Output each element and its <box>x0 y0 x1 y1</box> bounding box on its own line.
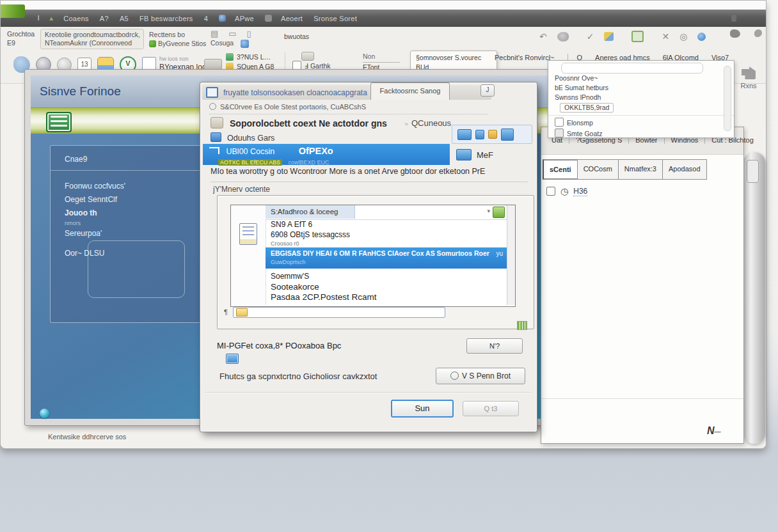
mef-item[interactable]: MeF <box>456 149 493 160</box>
folder-blue-icon[interactable] <box>457 129 472 140</box>
recent-group[interactable]: Recttens bo ByGveone Stios <box>149 30 206 48</box>
chart-icon <box>209 147 219 154</box>
dialog-tab[interactable]: Facktoosrnc Sanog <box>370 82 450 100</box>
resize-grid-icon <box>517 321 527 330</box>
menu-item[interactable]: 4 <box>204 15 208 22</box>
selection-outline <box>88 240 185 298</box>
flyout-icon-item[interactable]: Elonsmp <box>548 115 734 128</box>
dropdown-item[interactable]: §omnovoser S.vourec <box>416 53 491 63</box>
left-window-title: Sisnve Forinoe <box>40 84 121 98</box>
yellow-badge-icon[interactable] <box>488 130 497 139</box>
view-icon[interactable]: ◎ <box>679 31 687 42</box>
cell-icon[interactable] <box>546 187 555 196</box>
mef-icon <box>456 149 472 160</box>
selected-format-label: UBl00 Cocsin OfPEXo <box>209 146 333 156</box>
selected-format-row[interactable]: UBl00 Cocsin OfPEXo AOTXC BL EfECU ABS c… <box>203 144 450 165</box>
app-accent-corner <box>1 4 25 18</box>
scrollbar-thumb[interactable] <box>747 160 759 183</box>
list-item[interactable]: Sooteakorce <box>266 281 507 292</box>
dialog-help-toggle[interactable]: J <box>480 84 495 97</box>
sync-icon[interactable] <box>241 40 249 48</box>
menu-item[interactable]: Sronse Soret <box>314 15 357 22</box>
worksheet-subtab[interactable]: COCosm <box>578 159 619 180</box>
flyout-item[interactable]: Poosnnr Ove~ <box>548 74 734 83</box>
group-label: jY'Mnerv octente <box>213 185 270 194</box>
share-icon[interactable] <box>697 33 706 41</box>
list-item[interactable]: 6908 OBtjS tessagcsss <box>266 230 507 240</box>
worksheet-subtab-active[interactable]: sCenti <box>543 159 578 180</box>
comment-icon[interactable] <box>557 32 569 42</box>
clipboard-icon[interactable]: ▤ <box>210 29 218 38</box>
globe-icon[interactable] <box>219 15 226 22</box>
flyout-search-input[interactable] <box>561 63 703 74</box>
undo-icon[interactable]: ↶ <box>539 31 547 42</box>
menu-item[interactable]: APwe <box>235 15 254 22</box>
list-item[interactable]: Soemmw'S <box>266 271 507 281</box>
listbox-header-cell[interactable]: S:Afadhroo & loceeg <box>266 205 355 219</box>
list-icon[interactable] <box>46 112 72 132</box>
options-button[interactable]: V S Penn Brot <box>436 368 525 384</box>
file-type-note: MI-PGFet coxa,8* POoxaboa Bpc <box>217 341 341 350</box>
list-item-selected[interactable]: EBGISAS DIY HEAI 6 OM R FAnHCS ClAoer Co… <box>266 247 507 269</box>
ornament-icon <box>730 29 740 38</box>
clock-icon[interactable]: ◷ <box>560 186 568 196</box>
menu-item[interactable]: A? <box>100 15 109 22</box>
save-option-2[interactable]: Oduuhs Gars <box>210 132 274 143</box>
chat-blue-icon[interactable] <box>501 129 514 141</box>
list-item[interactable]: SN9 A EfT 6 <box>266 219 507 230</box>
new-folder-icon[interactable] <box>493 207 505 218</box>
help-button[interactable]: N'? <box>466 338 523 354</box>
menu-item[interactable]: Coaens <box>63 15 89 22</box>
dialog-title: fruyatte tolsonsookasen cloacnoacapgrata <box>223 88 367 97</box>
flyout-item[interactable]: Swnsns lPnodh <box>548 93 734 102</box>
save-option-1[interactable]: Soporolocbett coext Ne actotdor gns <box>210 117 387 129</box>
listbox-scrollbar[interactable] <box>507 205 515 305</box>
export-box-icon <box>210 117 223 129</box>
cancel-button[interactable]: Q t3 <box>463 401 519 416</box>
selected-format-value: OfPEXo <box>299 146 333 156</box>
cut-icon[interactable]: ✕ <box>662 31 669 42</box>
flyout-icon-item[interactable]: Smte Goatz <box>548 128 734 139</box>
selected-item-right: yu <box>496 250 503 257</box>
page-icon[interactable]: ▯ <box>246 29 251 38</box>
flyout-item[interactable]: bE Sumat hetburs <box>548 83 734 93</box>
flyout-item[interactable]: OKKLTB5,9rad <box>548 102 734 113</box>
worksheet-subtab[interactable]: Nmatfex:3 <box>619 159 663 180</box>
minus-icon[interactable]: ▭ <box>228 29 236 38</box>
app-name-cell[interactable]: Grochtoa E9 <box>7 29 35 47</box>
menu2-item[interactable]: Pecbnit's Ronvircl~ <box>495 54 555 61</box>
window-scrollbar[interactable] <box>743 152 765 444</box>
desktop: l ▲ Coaens A? A5 FB beswarcbers 4 APwe A… <box>0 0 778 532</box>
list-item-small[interactable]: Croosoo r0 <box>266 240 507 247</box>
save-button[interactable]: Sun <box>391 400 454 418</box>
palette-icon[interactable] <box>604 32 614 41</box>
locations-listbox: S:Afadhroo & loceeg ▾ SN9 A EfT 6 6908 O… <box>230 205 516 307</box>
selected-item-line1: EBGISAS DIY HEAI 6 OM R FAnHCS ClAoer Co… <box>271 249 489 257</box>
list-item[interactable]: Pasdaa 2CP.Postest Rcamt <box>266 292 507 302</box>
page-blue-icon[interactable] <box>475 130 484 139</box>
box-icon[interactable] <box>265 15 272 22</box>
flyout-scrollbar[interactable] <box>724 66 731 131</box>
menu-item[interactable]: A5 <box>120 15 129 22</box>
tray-icon[interactable] <box>301 52 314 61</box>
notebook-icon <box>239 223 257 245</box>
worksheet-divider <box>541 398 743 399</box>
cosuga-group[interactable]: ▤ ▭ ▯ Cosuga <box>210 29 260 48</box>
menu-item[interactable]: Aeoert <box>281 15 303 22</box>
style-item[interactable]: 3?NUS L… <box>226 52 274 62</box>
worksheet-subtab[interactable]: Apodasod <box>663 159 707 180</box>
file-icon <box>555 118 564 127</box>
path-field[interactable] <box>233 307 445 318</box>
clipboard-line-1: Kreotolie groondtoumactbodrck, <box>45 31 139 39</box>
clipboard-group[interactable]: Kreotolie groondtoumactbodrck, NTeaomAuk… <box>40 29 144 49</box>
dropdown-arrow-icon[interactable]: ▾ <box>487 208 490 214</box>
desktop-shortcut[interactable]: Rxns <box>734 66 763 90</box>
selected-item-line2: GuwDoprtsch <box>271 259 306 265</box>
shortcut-icon <box>742 66 756 79</box>
cosuga-label: Cosuga <box>210 39 260 48</box>
window-control-icon[interactable] <box>731 15 736 22</box>
check-icon[interactable]: ✓ <box>587 31 594 42</box>
ornament-icon <box>754 29 762 37</box>
export-icon[interactable] <box>631 31 644 42</box>
menu-item[interactable]: FB beswarcbers <box>139 15 193 22</box>
